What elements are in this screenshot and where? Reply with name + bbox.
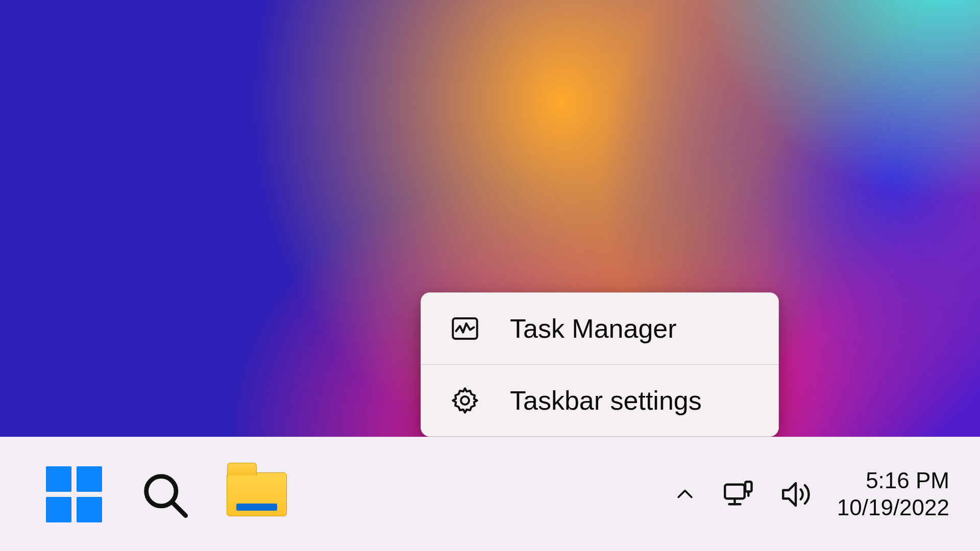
folder-icon: [227, 472, 287, 516]
svg-rect-7: [745, 482, 751, 491]
svg-marker-9: [783, 483, 796, 506]
network-button[interactable]: [721, 478, 754, 511]
volume-icon: [779, 478, 813, 511]
volume-button[interactable]: [779, 478, 813, 511]
svg-point-1: [461, 396, 469, 405]
chevron-up-icon: [674, 483, 696, 506]
taskbar[interactable]: 5:16 PM 10/19/2022: [0, 437, 980, 551]
menu-item-label: Taskbar settings: [510, 385, 702, 416]
file-explorer-button[interactable]: [227, 472, 287, 516]
system-tray: 5:16 PM 10/19/2022: [674, 437, 949, 551]
clock-date: 10/19/2022: [837, 494, 949, 521]
taskbar-context-menu: Task Manager Taskbar settings: [421, 292, 779, 437]
svg-line-3: [173, 503, 186, 515]
task-manager-icon: [450, 313, 480, 344]
menu-item-label: Task Manager: [510, 313, 677, 344]
tray-overflow-button[interactable]: [674, 483, 696, 506]
svg-rect-4: [725, 484, 745, 498]
start-button[interactable]: [46, 466, 102, 522]
menu-item-taskbar-settings[interactable]: Taskbar settings: [421, 365, 778, 436]
search-button[interactable]: [139, 469, 190, 520]
ethernet-icon: [721, 478, 754, 511]
windows-logo-icon: [46, 466, 102, 522]
gear-icon: [450, 385, 480, 416]
taskbar-pinned-area: [0, 466, 287, 522]
search-icon: [139, 469, 190, 520]
menu-item-task-manager[interactable]: Task Manager: [421, 293, 778, 364]
clock[interactable]: 5:16 PM 10/19/2022: [837, 467, 949, 521]
clock-time: 5:16 PM: [866, 467, 949, 494]
